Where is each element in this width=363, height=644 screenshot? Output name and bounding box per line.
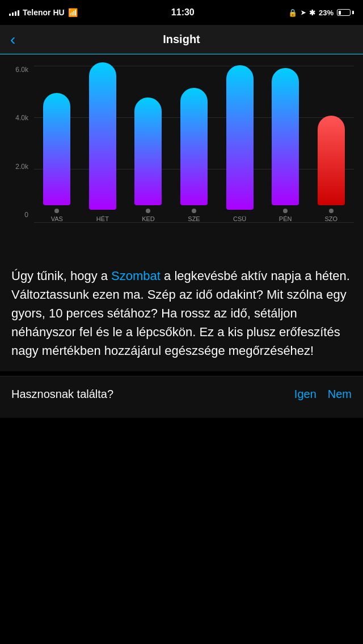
- y-label-2k: 2.0k: [9, 163, 32, 171]
- bar-wrapper-csu: [225, 65, 255, 210]
- content-section: Úgy tűnik, hogy a Szombat a legkevésbé a…: [0, 253, 363, 371]
- bar-group-sze: SZE: [171, 66, 217, 222]
- bar-wrapper-het: [88, 62, 117, 210]
- chart-section: 6.0k 4.0k 2.0k 0 VAS: [0, 54, 363, 253]
- bar-csu: [226, 65, 254, 210]
- signal-icon: [9, 9, 19, 16]
- status-bar: Telenor HU 📶 11:30 🔒 ➤ ✱ 23%: [0, 0, 363, 25]
- insight-text: Úgy tűnik, hogy a Szombat a legkevésbé a…: [11, 266, 352, 360]
- bar-group-vas: VAS: [34, 66, 80, 222]
- bar-group-het: HÉT: [80, 66, 126, 222]
- bar-label-het: HÉT: [96, 215, 109, 222]
- bar-group-szo: SZO: [308, 66, 354, 222]
- battery-percent: 23%: [319, 9, 334, 17]
- bar-vas: [43, 93, 70, 205]
- bar-ked: [134, 98, 162, 205]
- bar-wrapper-ked: [133, 98, 163, 205]
- bar-group-pen: PÉN: [263, 66, 309, 222]
- bar-label-szo: SZO: [324, 215, 337, 222]
- dot-ked: [146, 209, 150, 213]
- dot-sze: [192, 209, 196, 213]
- page-title: Insight: [163, 33, 200, 46]
- back-button[interactable]: ‹: [10, 32, 15, 48]
- text-highlight: Szombat: [111, 269, 161, 283]
- bluetooth-icon: ✱: [309, 9, 315, 17]
- bar-label-sze: SZE: [188, 215, 200, 222]
- lock-icon: 🔒: [288, 9, 297, 17]
- no-button[interactable]: Nem: [328, 388, 352, 401]
- bar-group-ked: KED: [125, 66, 171, 222]
- bar-wrapper-vas: [42, 93, 71, 205]
- bar-szo: [318, 116, 345, 205]
- bar-pen: [272, 68, 299, 205]
- status-left: Telenor HU 📶: [9, 8, 78, 17]
- status-right: 🔒 ➤ ✱ 23%: [288, 9, 354, 17]
- bar-label-ked: KED: [142, 215, 155, 222]
- y-label-4k: 4.0k: [9, 114, 32, 122]
- bar-label-csu: CSÜ: [233, 215, 246, 222]
- bar-het: [89, 62, 116, 210]
- wifi-icon: 📶: [68, 8, 78, 17]
- y-label-6k: 6.0k: [9, 66, 32, 74]
- y-label-0: 0: [9, 211, 32, 219]
- footer-section: Hasznosnak találta? Igen Nem: [0, 376, 363, 418]
- bar-wrapper-pen: [271, 68, 300, 205]
- nav-bar: ‹ Insight: [0, 25, 363, 54]
- yes-button[interactable]: Igen: [294, 388, 316, 401]
- dot-pen: [283, 209, 288, 213]
- carrier-label: Telenor HU: [23, 8, 65, 17]
- text-part1: Úgy tűnik, hogy a: [11, 269, 111, 283]
- bar-label-vas: VAS: [51, 215, 63, 222]
- chart-container: 6.0k 4.0k 2.0k 0 VAS: [9, 66, 354, 247]
- footer-question: Hasznosnak találta?: [11, 388, 113, 401]
- dot-vas: [54, 209, 59, 213]
- y-axis: 6.0k 4.0k 2.0k 0: [9, 66, 32, 247]
- bar-wrapper-sze: [179, 88, 209, 205]
- battery-icon: [337, 9, 354, 16]
- bar-group-csu: CSÜ: [217, 66, 263, 222]
- location-icon: ➤: [301, 9, 306, 16]
- bar-sze: [180, 88, 208, 205]
- bars-area: VAS HÉT KED: [34, 66, 354, 247]
- status-time: 11:30: [171, 7, 195, 18]
- bar-label-pen: PÉN: [279, 215, 292, 222]
- bar-wrapper-szo: [316, 116, 346, 205]
- footer-actions: Igen Nem: [294, 388, 352, 401]
- dot-szo: [329, 209, 334, 213]
